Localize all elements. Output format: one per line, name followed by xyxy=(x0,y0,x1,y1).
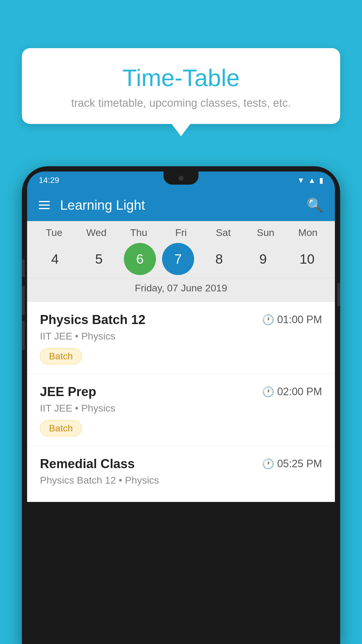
day-headers: Tue Wed Thu Fri Sat Sun Mon xyxy=(27,227,335,238)
class-item-remedial[interactable]: Remedial Class 🕐 05:25 PM Physics Batch … xyxy=(27,446,335,502)
day-header-mon: Mon xyxy=(289,227,327,238)
day-9[interactable]: 9 xyxy=(244,243,282,275)
wifi-icon: ▼ xyxy=(297,176,305,185)
selected-date-label: Friday, 07 June 2019 xyxy=(27,278,335,299)
tooltip-card: Time-Table track timetable, upcoming cla… xyxy=(22,48,340,124)
day-header-wed: Wed xyxy=(78,227,115,238)
class-time: 🕐 01:00 PM xyxy=(262,314,322,326)
notch xyxy=(164,172,198,185)
battery-icon: ▮ xyxy=(319,176,323,185)
status-icons: ▼ ▲ ▮ xyxy=(297,176,323,185)
status-time: 14:29 xyxy=(39,176,59,185)
volume-up-button xyxy=(22,260,25,277)
batch-badge: Batch xyxy=(40,420,82,436)
day-header-sat: Sat xyxy=(204,227,242,238)
power-button xyxy=(337,283,340,306)
day-header-sun: Sun xyxy=(247,227,284,238)
clock-icon: 🕐 xyxy=(262,458,274,470)
day-6-today[interactable]: 6 xyxy=(124,243,156,275)
app-title: Learning Light xyxy=(60,197,307,213)
clock-icon: 🕐 xyxy=(262,314,274,326)
day-10[interactable]: 10 xyxy=(288,243,326,275)
class-meta: IIT JEE • Physics xyxy=(40,402,322,414)
class-meta: Physics Batch 12 • Physics xyxy=(40,475,322,486)
day-header-thu: Thu xyxy=(120,227,158,238)
day-5[interactable]: 5 xyxy=(80,243,118,275)
day-7-selected[interactable]: 7 xyxy=(162,243,194,275)
phone-screen: Tue Wed Thu Fri Sat Sun Mon 4 5 6 7 8 9 … xyxy=(27,221,335,502)
class-name: Physics Batch 12 xyxy=(40,312,145,327)
class-item-header: JEE Prep 🕐 02:00 PM xyxy=(40,384,322,399)
search-button[interactable]: 🔍 xyxy=(307,197,323,213)
camera xyxy=(178,176,184,181)
day-header-tue: Tue xyxy=(35,227,73,238)
clock-icon: 🕐 xyxy=(262,386,274,398)
silent-button xyxy=(22,321,25,350)
tooltip-subtitle: track timetable, upcoming classes, tests… xyxy=(39,97,323,109)
class-list: Physics Batch 12 🕐 01:00 PM IIT JEE • Ph… xyxy=(27,302,335,502)
signal-icon: ▲ xyxy=(308,176,316,185)
hamburger-menu-button[interactable] xyxy=(39,201,50,209)
volume-down-button xyxy=(22,286,25,315)
status-bar: 14:29 ▼ ▲ ▮ xyxy=(27,172,335,189)
class-item-header: Remedial Class 🕐 05:25 PM xyxy=(40,456,322,471)
class-time: 🕐 05:25 PM xyxy=(262,458,322,470)
day-8[interactable]: 8 xyxy=(200,243,238,275)
day-header-fri: Fri xyxy=(162,227,200,238)
class-meta: IIT JEE • Physics xyxy=(40,330,322,342)
phone-frame: 14:29 ▼ ▲ ▮ Learning Light 🔍 Tue Wed Thu… xyxy=(22,166,340,644)
calendar-strip: Tue Wed Thu Fri Sat Sun Mon 4 5 6 7 8 9 … xyxy=(27,221,335,302)
class-name: JEE Prep xyxy=(40,384,96,399)
day-4[interactable]: 4 xyxy=(36,243,74,275)
tooltip-title: Time-Table xyxy=(39,64,323,92)
batch-badge: Batch xyxy=(40,348,82,364)
day-numbers: 4 5 6 7 8 9 10 xyxy=(27,243,335,275)
class-item-jee-prep[interactable]: JEE Prep 🕐 02:00 PM IIT JEE • Physics Ba… xyxy=(27,374,335,446)
class-name: Remedial Class xyxy=(40,456,135,471)
class-time: 🕐 02:00 PM xyxy=(262,386,322,398)
app-bar: Learning Light 🔍 xyxy=(27,189,335,221)
class-item-header: Physics Batch 12 🕐 01:00 PM xyxy=(40,312,322,327)
class-item-physics-batch-12[interactable]: Physics Batch 12 🕐 01:00 PM IIT JEE • Ph… xyxy=(27,302,335,374)
